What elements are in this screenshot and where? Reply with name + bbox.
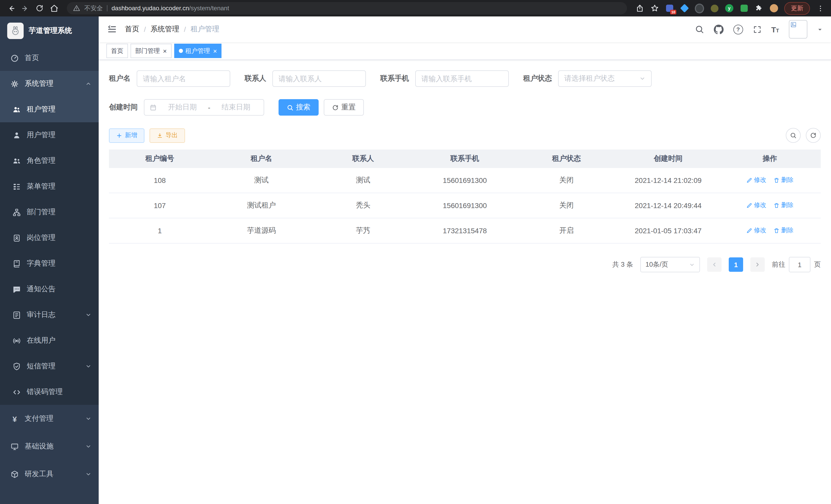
bookmark-button[interactable]	[650, 4, 659, 13]
search-button[interactable]: 搜索	[279, 99, 319, 116]
sidebar-item-sms[interactable]: 短信管理	[0, 353, 99, 379]
user-avatar[interactable]	[789, 20, 807, 38]
export-button[interactable]: 导出	[149, 128, 185, 143]
sidebar-item-dict[interactable]: 字典管理	[0, 251, 99, 276]
hamburger-icon	[107, 24, 117, 34]
sidebar-item-label: 岗位管理	[27, 233, 56, 242]
sidebar-item-system[interactable]: 系统管理	[0, 71, 99, 97]
sidebar-item-dept[interactable]: 部门管理	[0, 199, 99, 225]
refresh-table-button[interactable]	[806, 128, 821, 143]
share-button[interactable]	[635, 4, 644, 13]
tenant-name-input[interactable]	[137, 70, 230, 87]
app-logo-row[interactable]: 芋道管理系统	[0, 17, 99, 45]
close-icon[interactable]: ×	[213, 48, 217, 54]
page-number-current[interactable]: 1	[729, 258, 743, 272]
add-button[interactable]: 新增	[109, 128, 144, 143]
app-title: 芋道管理系统	[29, 26, 72, 35]
sidebar-item-role[interactable]: 角色管理	[0, 148, 99, 174]
sidebar-item-error-code[interactable]: 错误码管理	[0, 379, 99, 405]
sidebar-item-dev-tools[interactable]: 研发工具	[0, 460, 99, 488]
trash-icon	[773, 177, 780, 183]
end-date-placeholder: 结束日期	[213, 103, 258, 112]
github-link[interactable]	[714, 24, 723, 34]
avatar-caret-button[interactable]	[817, 26, 823, 32]
pagination: 共 3 条 10条/页 1 前往 页	[109, 257, 821, 272]
trash-icon	[773, 228, 780, 234]
row-delete-button[interactable]: 删除	[773, 201, 794, 210]
sidebar-item-tenant[interactable]: 租户管理	[0, 97, 99, 122]
browser-forward-button[interactable]	[19, 2, 32, 15]
sidebar-item-label: 字典管理	[27, 259, 56, 268]
row-edit-button[interactable]: 修改	[746, 176, 766, 185]
sidebar-item-home[interactable]: 首页	[0, 45, 99, 71]
status-select[interactable]: 请选择租户状态	[558, 70, 652, 87]
browser-menu-button[interactable]	[815, 4, 825, 13]
chevron-down-icon	[85, 312, 91, 318]
page-size-select[interactable]: 10条/页	[640, 257, 700, 272]
chevron-down-icon	[639, 76, 646, 82]
row-edit-button[interactable]: 修改	[746, 226, 766, 235]
sidebar-item-label: 菜单管理	[27, 182, 56, 191]
jump-prefix: 前往	[772, 260, 785, 269]
tab-dept[interactable]: 部门管理 ×	[131, 44, 171, 58]
breadcrumb-item[interactable]: 系统管理	[150, 25, 179, 34]
browser-reload-button[interactable]	[33, 2, 46, 15]
phone-input[interactable]	[415, 70, 509, 87]
forward-icon	[21, 4, 30, 12]
address-bar[interactable]: 不安全 dashboard.yudao.iocoder.cn/system/te…	[67, 2, 627, 14]
sidebar-item-post[interactable]: 岗位管理	[0, 225, 99, 251]
sidebar-item-label: 角色管理	[27, 156, 56, 166]
extension-green-square-button[interactable]	[740, 4, 749, 13]
font-size-icon-small: T	[776, 28, 779, 33]
reset-button[interactable]: 重置	[324, 99, 364, 116]
sidebar-item-audit-log[interactable]: 审计日志	[0, 302, 99, 328]
breadcrumb-item[interactable]: 首页	[125, 25, 139, 34]
extension-green-circle-button[interactable]: y	[725, 4, 734, 13]
bookmark-star-icon	[651, 4, 659, 12]
extensions-menu-button[interactable]	[754, 4, 764, 13]
edit-icon	[746, 202, 752, 209]
sidebar-item-menu[interactable]: 菜单管理	[0, 174, 99, 199]
contact-input[interactable]	[273, 70, 366, 87]
header-search-button[interactable]	[694, 25, 704, 34]
extension-icon	[741, 5, 748, 12]
breadcrumb-separator: /	[144, 25, 146, 33]
font-size-button[interactable]: TT	[771, 25, 779, 33]
extension-blue-button[interactable]	[680, 4, 689, 13]
profile-avatar-icon	[770, 4, 778, 12]
extension-dark-button[interactable]	[695, 4, 704, 13]
toggle-search-button[interactable]	[786, 128, 801, 143]
dots-vertical-icon	[816, 4, 824, 12]
next-page-button[interactable]	[750, 258, 765, 272]
sidebar-item-notice[interactable]: 通知公告	[0, 276, 99, 302]
extension-badge-button[interactable]: 10	[665, 4, 674, 13]
browser-home-button[interactable]	[47, 2, 61, 15]
cell-status: 关闭	[516, 193, 618, 218]
row-edit-button[interactable]: 修改	[746, 201, 766, 210]
row-delete-button[interactable]: 删除	[773, 176, 794, 185]
sidebar-toggle-button[interactable]	[107, 24, 117, 34]
search-icon	[694, 25, 704, 34]
fullscreen-button[interactable]	[753, 25, 762, 34]
browser-back-button[interactable]	[4, 2, 18, 15]
close-icon[interactable]: ×	[163, 48, 167, 54]
add-button-label: 新增	[125, 131, 137, 140]
tab-tenant[interactable]: 租户管理 ×	[174, 44, 222, 58]
sidebar-item-online-user[interactable]: 在线用户	[0, 328, 99, 353]
browser-update-button[interactable]: 更新	[784, 2, 810, 14]
font-size-icon: T	[771, 25, 776, 33]
sidebar-item-user[interactable]: 用户管理	[0, 122, 99, 148]
extension-olive-button[interactable]	[710, 4, 719, 13]
help-button[interactable]: ?	[733, 24, 743, 34]
tags-view: 首页 部门管理 × 租户管理 ×	[99, 42, 831, 60]
date-range-picker[interactable]: 开始日期 - 结束日期	[144, 99, 264, 116]
fullscreen-icon	[753, 25, 762, 34]
row-delete-button[interactable]: 删除	[773, 226, 794, 235]
refresh-icon	[332, 104, 339, 111]
tab-home[interactable]: 首页	[106, 44, 128, 58]
sidebar-item-payment[interactable]: ¥ 支付管理	[0, 405, 99, 433]
sidebar-item-infrastructure[interactable]: 基础设施	[0, 433, 99, 460]
profile-button[interactable]	[769, 4, 779, 13]
prev-page-button[interactable]	[707, 258, 721, 272]
jump-page-input[interactable]	[789, 257, 810, 272]
